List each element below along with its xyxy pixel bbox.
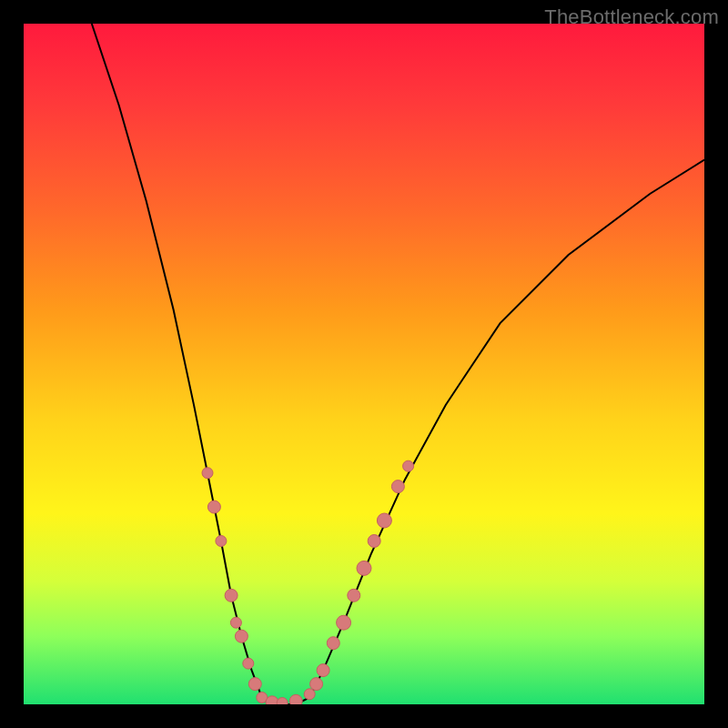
data-marker (357, 561, 371, 575)
data-marker (235, 630, 248, 642)
data-marker (225, 589, 238, 602)
data-marker (277, 698, 288, 705)
data-marker (348, 589, 360, 602)
data-marker (403, 460, 414, 471)
chart-overlay (24, 24, 704, 704)
data-marker (337, 615, 351, 630)
bottleneck-curve (92, 24, 704, 704)
data-marker (317, 664, 329, 677)
data-marker (377, 513, 391, 528)
data-marker (304, 689, 315, 700)
data-marker (289, 694, 302, 704)
data-marker (368, 535, 380, 548)
data-marker (230, 617, 241, 628)
data-marker (391, 480, 404, 493)
watermark-text: TheBottleneck.com (544, 5, 719, 29)
data-marker (207, 500, 220, 513)
data-marker (327, 637, 339, 650)
data-marker (216, 536, 227, 547)
data-marker (202, 468, 213, 479)
data-marker (310, 678, 323, 691)
data-marker (248, 678, 261, 691)
marker-group (202, 460, 414, 704)
outer-frame: TheBottleneck.com (0, 0, 728, 728)
data-marker (243, 658, 254, 669)
